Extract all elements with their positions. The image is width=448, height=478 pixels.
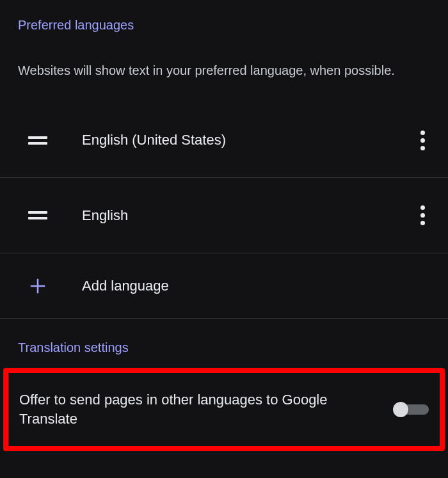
- language-label: English: [47, 207, 411, 224]
- more-vert-icon[interactable]: [411, 129, 434, 152]
- preferred-languages-title: Preferred languages: [0, 0, 448, 33]
- add-language-button[interactable]: Add language: [0, 253, 448, 319]
- plus-icon: [28, 276, 47, 296]
- language-settings-page: Preferred languages Websites will show t…: [0, 0, 448, 478]
- switch-thumb: [393, 402, 408, 417]
- more-vert-icon[interactable]: [411, 204, 434, 227]
- translate-offer-label: Offer to send pages in other languages t…: [19, 390, 393, 428]
- drag-handle-icon[interactable]: [28, 136, 47, 145]
- translation-settings-title: Translation settings: [0, 319, 448, 355]
- translate-offer-toggle-row[interactable]: Offer to send pages in other languages t…: [0, 368, 448, 451]
- add-language-label: Add language: [47, 278, 434, 294]
- preferred-languages-description: Websites will show text in your preferre…: [0, 33, 448, 79]
- translate-offer-switch[interactable]: [393, 402, 429, 417]
- language-label: English (United States): [47, 132, 411, 148]
- language-row[interactable]: English (United States): [0, 102, 448, 178]
- language-row[interactable]: English: [0, 178, 448, 253]
- drag-handle-icon[interactable]: [28, 211, 47, 219]
- language-list: English (United States) English Add lang…: [0, 102, 448, 319]
